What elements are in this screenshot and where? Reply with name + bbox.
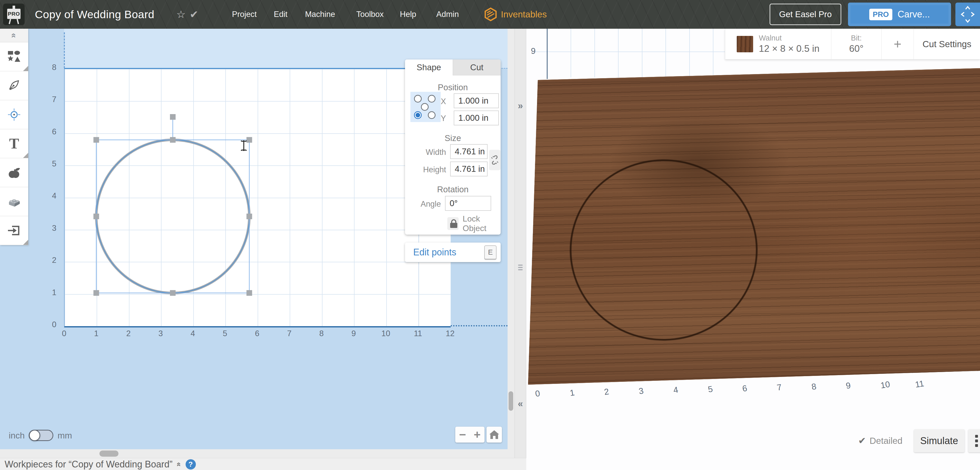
zoom-out-button[interactable]: − bbox=[459, 429, 466, 441]
detailed-check-icon[interactable]: ✔ bbox=[858, 435, 866, 446]
help-icon[interactable]: ? bbox=[186, 459, 196, 470]
units-inch-label[interactable]: inch bbox=[9, 430, 25, 441]
size-heading: Size bbox=[405, 133, 501, 143]
menu-help[interactable]: Help bbox=[400, 0, 416, 29]
sidebar-item-apps[interactable] bbox=[0, 158, 28, 187]
lego-brick-icon bbox=[7, 195, 21, 208]
sidebar-item-material-blocks[interactable] bbox=[0, 187, 28, 216]
vertical-scrollbar[interactable] bbox=[508, 29, 514, 449]
ruler-tick: 12 bbox=[446, 329, 455, 338]
menu-project[interactable]: Project bbox=[232, 0, 256, 29]
walnut-board-3d[interactable] bbox=[528, 68, 980, 385]
edit-points-link[interactable]: Edit points bbox=[413, 247, 484, 258]
ruler-tick: 7 bbox=[776, 382, 782, 393]
3d-preview-panel[interactable]: 9 01234567891011 Walnut 12 × 8 × 0.5 in … bbox=[526, 29, 980, 470]
sidebar-item-drill[interactable] bbox=[0, 100, 28, 129]
angle-label: Angle bbox=[412, 199, 441, 209]
anchor-top-left-radio[interactable] bbox=[414, 95, 422, 103]
units-mm-label[interactable]: mm bbox=[57, 430, 72, 441]
anchor-center-radio[interactable] bbox=[421, 103, 429, 111]
lock-object-row: Lock Object bbox=[447, 214, 501, 233]
workpiece-left-extension-dashed bbox=[64, 32, 65, 68]
tab-cut[interactable]: Cut bbox=[453, 59, 501, 75]
expand-left-icon[interactable]: « bbox=[515, 398, 526, 409]
panel-divider[interactable]: » « bbox=[514, 29, 526, 458]
apple-icon bbox=[7, 166, 21, 179]
add-bit-button[interactable]: + bbox=[881, 29, 914, 59]
preview-options-kebab-button[interactable] bbox=[968, 429, 980, 452]
sidebar-collapse-button[interactable]: « bbox=[0, 29, 28, 42]
ruler-tick: 11 bbox=[915, 378, 924, 389]
width-input[interactable] bbox=[450, 144, 488, 159]
document-title[interactable]: Copy of Wedding Board bbox=[35, 0, 154, 29]
jog-machine-button[interactable] bbox=[955, 3, 980, 26]
inventables-logo-icon bbox=[484, 7, 497, 22]
material-selector[interactable]: Walnut 12 × 8 × 0.5 in bbox=[725, 29, 831, 59]
horizontal-scrollbar-thumb[interactable] bbox=[99, 451, 118, 457]
submenu-fold-indicator bbox=[23, 66, 28, 71]
height-input[interactable] bbox=[450, 161, 488, 177]
anchor-bottom-left-radio[interactable] bbox=[414, 111, 422, 119]
cut-settings-button[interactable]: Cut Settings bbox=[914, 29, 980, 59]
bit-label: Bit: bbox=[851, 34, 862, 42]
get-easel-pro-button[interactable]: Get Easel Pro bbox=[770, 3, 841, 25]
units-toggle[interactable] bbox=[29, 430, 53, 441]
material-thumbnail bbox=[737, 36, 753, 52]
shape-properties-panel: Shape Cut Position X Y Size Width Height bbox=[405, 59, 501, 234]
workpieces-status-bar[interactable]: Workpieces for “Copy of Wedding Board” «… bbox=[0, 458, 526, 470]
divider-grip-icon[interactable] bbox=[518, 264, 523, 270]
position-y-input[interactable] bbox=[454, 110, 499, 125]
sidebar-item-text[interactable]: T bbox=[0, 129, 28, 158]
inventables-label: Inventables bbox=[501, 9, 547, 19]
ruler-tick: 0 bbox=[52, 320, 56, 329]
collapse-up-icon: « bbox=[9, 33, 19, 38]
carve-label: Carve... bbox=[897, 9, 930, 20]
menu-edit[interactable]: Edit bbox=[274, 0, 287, 29]
ruler-tick: 10 bbox=[382, 329, 390, 338]
anchor-bottom-right-radio[interactable] bbox=[428, 111, 436, 119]
sidebar-item-import[interactable] bbox=[0, 216, 28, 245]
zoom-home-button[interactable] bbox=[487, 427, 502, 443]
vertical-scrollbar-thumb[interactable] bbox=[509, 391, 513, 411]
detailed-label[interactable]: Detailed bbox=[870, 436, 902, 446]
menu-toolbox[interactable]: Toolbox bbox=[356, 0, 384, 29]
bit-selector[interactable]: Bit: 60° bbox=[831, 29, 881, 59]
workpiece-grid[interactable] bbox=[64, 68, 451, 327]
jog-arrows-icon bbox=[955, 3, 980, 26]
ruler-tick: 1 bbox=[569, 387, 575, 398]
ruler-tick: 2 bbox=[52, 256, 56, 265]
ruler-tick: 8 bbox=[811, 382, 817, 392]
inventables-link[interactable]: Inventables bbox=[484, 0, 547, 29]
menu-machine[interactable]: Machine bbox=[305, 0, 335, 29]
ruler-tick: 2 bbox=[126, 329, 130, 338]
tab-shape[interactable]: Shape bbox=[405, 59, 453, 75]
x-label: X bbox=[436, 97, 446, 106]
carve-pro-badge: PRO bbox=[869, 9, 892, 20]
easel-app-window: PRO Copy of Wedding Board ☆ ✔ Project Ed… bbox=[0, 0, 980, 470]
panel-tabs: Shape Cut bbox=[405, 59, 501, 75]
expand-right-icon[interactable]: » bbox=[515, 100, 526, 111]
simulate-button[interactable]: Simulate bbox=[914, 429, 965, 452]
pen-nib-icon bbox=[8, 79, 21, 92]
zoom-in-button[interactable]: + bbox=[474, 429, 480, 441]
rotation-heading: Rotation bbox=[405, 185, 501, 194]
horizontal-scrollbar[interactable] bbox=[0, 449, 514, 458]
sidebar-item-pen[interactable] bbox=[0, 71, 28, 100]
menu-admin[interactable]: Admin bbox=[436, 0, 459, 29]
aspect-ratio-link-button[interactable] bbox=[489, 150, 500, 170]
workpieces-collapse-icon[interactable]: « bbox=[175, 462, 183, 467]
angle-input[interactable] bbox=[445, 196, 491, 211]
ruler-tick: 5 bbox=[52, 159, 56, 169]
position-x-input[interactable] bbox=[454, 93, 499, 108]
ruler-tick: 2 bbox=[604, 387, 610, 397]
easel-pro-logo-icon[interactable]: PRO bbox=[3, 3, 25, 25]
zoom-control-group: − + bbox=[455, 427, 485, 443]
lock-object-label: Lock Object bbox=[463, 214, 501, 233]
carve-button[interactable]: PRO Carve... bbox=[848, 3, 951, 26]
sidebar-item-shapes[interactable] bbox=[0, 42, 28, 71]
ruler-tick: 4 bbox=[191, 329, 195, 338]
anchor-top-right-radio[interactable] bbox=[428, 95, 436, 103]
drill-origin-icon bbox=[8, 108, 21, 121]
favorite-star-icon[interactable]: ☆ bbox=[177, 0, 186, 29]
lock-object-button[interactable] bbox=[447, 217, 458, 230]
